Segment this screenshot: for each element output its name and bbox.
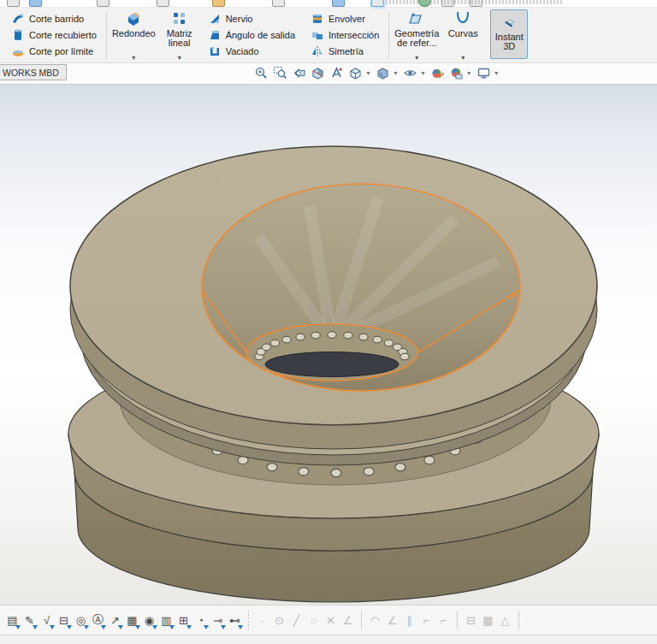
fillet-dropdown-caret[interactable]: ▼ — [131, 55, 137, 62]
draft-label: Ángulo de salida — [226, 30, 295, 40]
toolbar-divider — [248, 611, 249, 629]
view-settings-dropdown-caret[interactable]: ▼ — [494, 70, 500, 76]
balloon-icon[interactable]: ⊟ — [56, 610, 72, 630]
hide-show-items-icon[interactable] — [402, 65, 418, 81]
mirror-label: Simetría — [328, 46, 364, 56]
boundary-cut-icon — [11, 44, 25, 58]
geometric-tolerance-icon[interactable]: ◔ — [192, 610, 209, 630]
part-model-disc[interactable] — [0, 85, 657, 605]
sketch-angle-b-icon: ∠ — [384, 610, 400, 630]
pushpin-icon — [221, 625, 226, 629]
command-manager-ribbon: Corte barrido Corte recubierto Corte por… — [0, 8, 657, 63]
partial-new-icon[interactable] — [97, 0, 110, 7]
pushpin-icon — [186, 625, 192, 629]
intersect-label: Intersección — [328, 30, 379, 40]
partial-undo-icon[interactable] — [332, 0, 345, 7]
rib-label: Nervio — [226, 14, 253, 24]
ribbon-divider — [388, 11, 389, 59]
cut-features-group: Corte barrido Corte recubierto Corte por… — [3, 8, 104, 62]
mirror-button[interactable]: Simetría — [308, 44, 382, 59]
draft-icon — [208, 28, 222, 42]
pushpin-icon — [33, 625, 38, 629]
hide-show-items-dropdown-caret[interactable]: ▼ — [420, 70, 426, 76]
display-style-dropdown-caret[interactable]: ▼ — [393, 70, 399, 76]
partial-save-icon[interactable] — [212, 0, 225, 7]
pin-tool-left-icon[interactable]: ⊸ — [210, 610, 226, 630]
quick-access-toolbar-cropped — [0, 0, 657, 8]
pushpin-icon — [204, 625, 209, 629]
shell-button[interactable]: Vaciado — [205, 44, 298, 59]
swept-cut-button[interactable]: Corte barrido — [9, 11, 99, 27]
shell-icon — [208, 44, 222, 58]
view-orientation-dropdown-caret[interactable]: ▼ — [365, 70, 371, 76]
apply-scene-icon[interactable] — [448, 65, 465, 81]
annotation-sketch-toolbar: ▤✎√⊟◎Ⓐ↗▦◉▥⊞◔⊸⊷·⊙╱○✕∠◠∠∥⌐⌐⊟▦△ — [0, 605, 657, 635]
view-orientation-icon[interactable] — [347, 65, 364, 81]
heads-up-view-toolbar: ▼▼▼▼▼ — [253, 65, 500, 81]
pushpin-icon — [118, 625, 123, 629]
datum-feature-icon[interactable]: ▥ — [158, 610, 175, 630]
lofted-cut-label: Corte recubierto — [29, 30, 97, 40]
pushpin-icon — [135, 625, 140, 629]
instant3d-icon — [502, 17, 516, 31]
previous-view-icon[interactable] — [291, 65, 307, 81]
section-view-icon[interactable] — [310, 65, 326, 81]
graphics-viewport[interactable] — [0, 85, 657, 605]
annotation-views-icon[interactable] — [328, 65, 345, 81]
apply-scene-dropdown-caret[interactable]: ▼ — [466, 70, 472, 76]
curves-label: Curvas — [448, 29, 478, 38]
tab-bar: WORKS MBD ▼▼▼▼▼ — [0, 63, 657, 85]
magnifier-note-icon[interactable]: ◎ — [73, 610, 89, 630]
boundary-cut-button[interactable]: Corte por límite — [9, 44, 99, 59]
area-hatch-icon[interactable]: ▦ — [124, 610, 140, 630]
rib-button[interactable]: Nervio — [205, 11, 298, 27]
curves-icon — [454, 10, 471, 27]
sketch-point-icon: · — [254, 610, 270, 630]
status-bar — [0, 635, 657, 644]
fillet-button[interactable]: Redondeo ▼ — [109, 8, 159, 62]
wrap-intersect-mirror-group: Envolver Intersección Simetría — [303, 8, 387, 62]
view-settings-icon[interactable] — [476, 65, 492, 81]
weld-symbol-icon[interactable]: √ — [38, 610, 55, 630]
pin-tool-right-icon[interactable]: ⊷ — [227, 610, 243, 630]
zoom-to-fit-icon[interactable] — [253, 65, 269, 81]
curves-dropdown-caret[interactable]: ▼ — [460, 55, 466, 62]
intersect-button[interactable]: Intersección — [308, 27, 382, 43]
sketch-corner-dashed-icon: ⌐ — [435, 610, 452, 630]
inspection-icon[interactable]: ◉ — [141, 610, 157, 630]
swept-cut-label: Corte barrido — [29, 14, 84, 24]
tab-solidworks-mbd[interactable]: WORKS MBD — [0, 64, 67, 80]
instant3d-toggle[interactable]: Instant 3D — [490, 9, 528, 59]
reference-geometry-icon — [408, 10, 425, 27]
lofted-cut-button[interactable]: Corte recubierto — [9, 27, 99, 43]
sketch-arc-icon: ◠ — [367, 610, 383, 630]
linear-pattern-button[interactable]: Matriz lineal ▼ — [159, 8, 200, 62]
toolbar-divider — [518, 611, 519, 629]
reference-geometry-button[interactable]: Geometría de refer... ▼ — [391, 8, 442, 62]
wrap-button[interactable]: Envolver — [308, 11, 382, 27]
sketch-corner-icon: ⌐ — [418, 610, 435, 630]
note-icon[interactable]: Ⓐ — [90, 610, 106, 630]
edit-appearance-icon[interactable] — [429, 65, 446, 81]
linear-pattern-dropdown-caret[interactable]: ▼ — [176, 55, 182, 62]
partial-open-icon[interactable] — [157, 0, 169, 7]
reference-geometry-dropdown-caret[interactable]: ▼ — [414, 55, 420, 62]
linear-pattern-label: Matriz lineal — [167, 29, 192, 48]
partial-print-icon[interactable] — [272, 0, 285, 7]
wrap-label: Envolver — [328, 14, 365, 24]
fillet-icon — [125, 10, 142, 27]
curves-button[interactable]: Curvas ▼ — [442, 8, 483, 62]
surface-finish-icon[interactable]: ✎ — [21, 610, 38, 630]
sketch-x-icon: ✕ — [323, 610, 339, 630]
toolbar-divider — [457, 611, 458, 629]
draft-button[interactable]: Ángulo de salida — [205, 27, 298, 43]
zoom-to-area-icon[interactable] — [272, 65, 288, 81]
partial-icon-2[interactable] — [29, 0, 42, 7]
leader-arrow-icon[interactable]: ↗ — [107, 610, 123, 630]
datum-target-icon[interactable]: ▤ — [4, 610, 21, 630]
note-pattern-icon[interactable]: ⊞ — [175, 610, 192, 630]
display-style-icon[interactable] — [375, 65, 391, 81]
linear-pattern-icon — [171, 10, 188, 27]
pushpin-icon — [101, 625, 106, 629]
partial-icon-1[interactable] — [7, 0, 20, 7]
